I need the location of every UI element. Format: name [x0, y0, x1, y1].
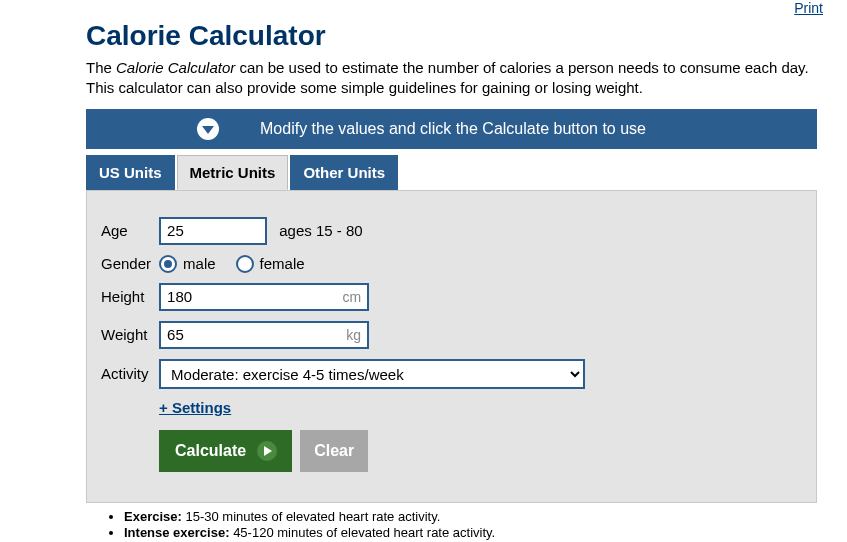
height-label: Height	[101, 283, 159, 311]
list-item: Intense exercise: 45-120 minutes of elev…	[124, 525, 847, 540]
gender-female-radio[interactable]	[236, 255, 254, 273]
tab-us-units[interactable]: US Units	[86, 155, 175, 190]
gender-label: Gender	[101, 255, 159, 273]
note-bold: Exercise:	[124, 509, 182, 524]
activity-select[interactable]: Moderate: exercise 4-5 times/week	[159, 359, 585, 389]
clear-button[interactable]: Clear	[300, 430, 368, 472]
weight-label: Weight	[101, 321, 159, 349]
banner-text: Modify the values and click the Calculat…	[260, 120, 646, 138]
calculate-button[interactable]: Calculate	[159, 430, 292, 472]
age-label: Age	[101, 217, 159, 245]
weight-input[interactable]	[159, 321, 369, 349]
activity-label: Activity	[101, 359, 159, 389]
gender-male-radio[interactable]	[159, 255, 177, 273]
description: The Calorie Calculator can be used to es…	[86, 58, 817, 99]
exercise-notes: Exercise: 15-30 minutes of elevated hear…	[106, 509, 847, 543]
tab-other-units[interactable]: Other Units	[290, 155, 398, 190]
gender-male-label: male	[183, 255, 216, 272]
tab-metric-units[interactable]: Metric Units	[177, 155, 289, 190]
calculate-button-label: Calculate	[175, 442, 246, 460]
desc-em: Calorie Calculator	[116, 59, 235, 76]
height-input[interactable]	[159, 283, 369, 311]
calculator-form: Age ages 15 - 80 Gender male female	[86, 190, 817, 503]
chevron-down-icon	[196, 117, 220, 141]
note-text: 15-30 minutes of elevated heart rate act…	[182, 509, 440, 524]
age-hint: ages 15 - 80	[279, 222, 362, 239]
settings-link[interactable]: + Settings	[159, 399, 231, 416]
unit-tabs: US Units Metric Units Other Units	[86, 155, 847, 190]
note-text: 45-120 minutes of elevated heart rate ac…	[230, 525, 496, 540]
page-title: Calorie Calculator	[86, 20, 847, 52]
print-link[interactable]: Print	[794, 0, 823, 16]
list-item: Exercise: 15-30 minutes of elevated hear…	[124, 509, 847, 524]
instruction-banner[interactable]: Modify the values and click the Calculat…	[86, 109, 817, 149]
gender-female-label: female	[260, 255, 305, 272]
age-input[interactable]	[159, 217, 267, 245]
note-bold: Intense exercise:	[124, 525, 230, 540]
desc-prefix: The	[86, 59, 116, 76]
play-icon	[256, 440, 278, 462]
